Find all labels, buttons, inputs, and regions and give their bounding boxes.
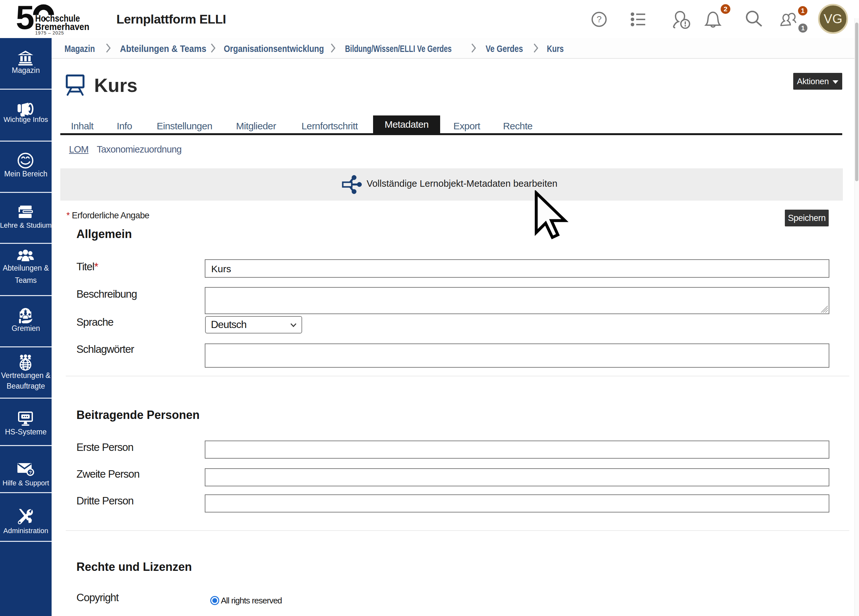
svg-text:1975 – 2025: 1975 – 2025: [35, 30, 64, 36]
svg-text:?: ?: [29, 470, 31, 475]
svg-text:5: 5: [16, 3, 34, 36]
svg-text:?: ?: [597, 14, 602, 24]
